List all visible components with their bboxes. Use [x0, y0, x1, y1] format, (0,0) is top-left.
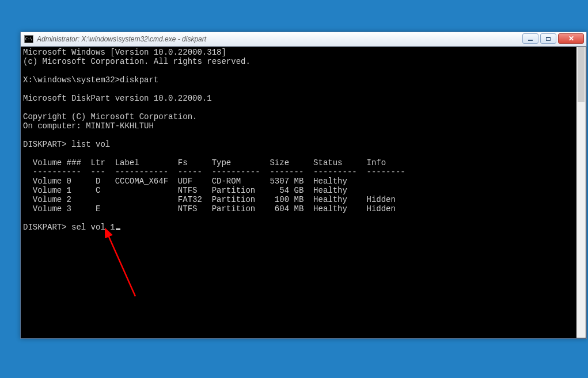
terminal-text: Microsoft Windows [Version 10.0.22000.31… [23, 48, 405, 213]
scroll-thumb[interactable] [578, 47, 585, 102]
window-controls: ✕ [522, 33, 584, 44]
maximize-button[interactable] [540, 33, 556, 44]
cmd-icon: C:\ [24, 35, 33, 43]
cmd-window: C:\ Administrator: X:\windows\system32\c… [20, 32, 587, 339]
maximize-icon [546, 37, 551, 41]
minimize-button[interactable] [522, 33, 538, 44]
current-input: sel vol 1 [71, 223, 115, 232]
terminal-output[interactable]: Microsoft Windows [Version 10.0.22000.31… [21, 47, 586, 338]
prompt: DISKPART> [23, 223, 71, 232]
window-title: Administrator: X:\windows\system32\cmd.e… [37, 35, 206, 43]
titlebar[interactable]: C:\ Administrator: X:\windows\system32\c… [21, 32, 586, 47]
close-icon: ✕ [568, 35, 574, 42]
cursor [116, 228, 120, 230]
minimize-icon [528, 40, 533, 41]
scrollbar[interactable] [576, 47, 586, 338]
close-button[interactable]: ✕ [558, 33, 584, 44]
